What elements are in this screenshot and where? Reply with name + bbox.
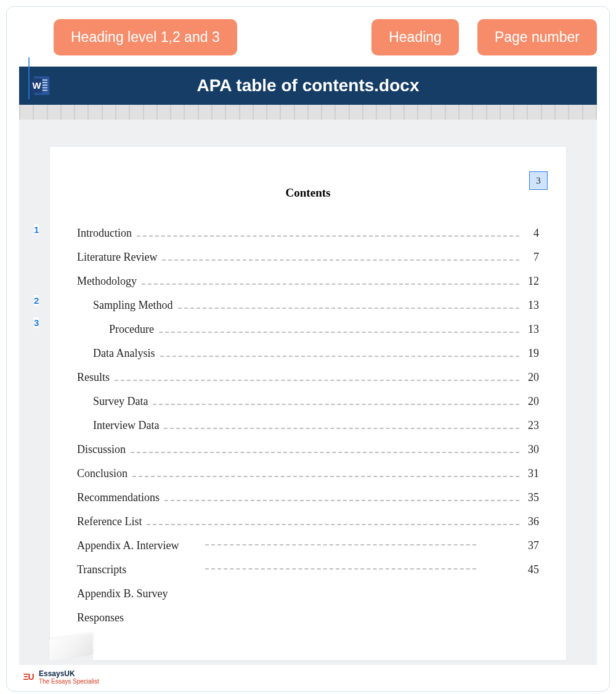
toc-entry-label: Conclusion [77,467,128,480]
toc-entry-label: Data Analysis [93,347,155,360]
toc-leader [162,259,519,261]
svg-text:W: W [32,80,41,91]
toc-entry-page: 7 [524,251,539,264]
toc-row: Interview Data23 [77,419,539,432]
toc-entry-page: 20 [524,395,539,408]
toc-entry-label: Appendix B. Survey [77,587,168,600]
brand-mark-icon: ΞU [22,671,35,684]
level-label-1: 1 [34,224,39,235]
toc-entry-page: 30 [524,443,539,456]
toc-row: Responses [77,611,539,624]
toc-entry-label: Recommendations [77,491,160,504]
toc-leader [160,356,520,357]
toc-entry-label: Introduction [77,227,132,240]
toc-entry-label: Procedure [109,323,154,336]
brand-tagline: The Essays Specialist [39,678,99,685]
toc-leader [205,544,476,545]
toc-row: Discussion30 [77,443,539,456]
toc-leader [142,284,519,285]
toc-row: Survey Data20 [77,395,539,408]
page-number-box: 3 [529,171,548,190]
brand-text: EssaysUK The Essays Specialist [39,670,99,685]
toc-leader [164,500,519,501]
toc-leader [147,524,519,525]
toc-row: Transcripts45 [77,563,539,576]
toc-row: Recommendations35 [77,491,539,504]
toc-leader [159,332,519,333]
toc-leader [115,380,519,381]
toc-leader [205,568,476,569]
toc-row: Conclusion31 [77,467,539,480]
toc-row: Literature Review7 [77,251,539,264]
toc-leader [178,308,520,309]
toc-entry-page: 35 [524,491,539,504]
toc-entry-page: 13 [524,323,539,336]
toc-entry-page: 12 [524,275,539,288]
callout-heading-levels: Heading level 1,2 and 3 [54,19,237,55]
toc-entry-label: Appendix A. Interview [77,539,200,552]
brand-name: EssaysUK [39,670,99,678]
toc-entry-label: Transcripts [77,563,200,576]
toc-row: Introduction4 [77,227,539,240]
toc-list: Introduction4Literature Review7Methodolo… [77,227,539,624]
toc-entry-page: 31 [524,467,539,480]
level-label-2: 2 [34,295,39,306]
toc-entry-label: Sampling Method [93,299,173,312]
toc-entry-page: 36 [524,515,539,528]
toc-heading: Contents [77,186,539,200]
toc-leader [137,235,519,237]
page-curl-decoration [49,634,92,661]
toc-entry-page: 4 [524,227,539,240]
toc-entry-label: Discussion [77,443,126,456]
page-number: 3 [536,176,541,186]
callout-row: Heading level 1,2 and 3 Heading Page num… [19,19,597,55]
toc-entry-page: 20 [524,371,539,384]
toc-entry-label: Results [77,371,110,384]
toc-entry-label: Survey Data [93,395,148,408]
word-icon: W [29,73,54,98]
toc-entry-page: 37 [524,539,539,552]
callout-heading: Heading [371,19,459,55]
brand-footer: ΞU EssaysUK The Essays Specialist [19,670,597,685]
window-titlebar: W APA table of contents.docx [19,67,597,105]
toc-row: Procedure13 [77,323,539,336]
infographic-frame: Heading level 1,2 and 3 Heading Page num… [6,6,610,692]
toc-entry-label: Literature Review [77,251,157,264]
toc-row: Appendix A. Interview37 [77,539,539,552]
toc-leader [132,476,519,477]
toc-entry-label: Responses [77,611,124,624]
toc-entry-page: 13 [524,299,539,312]
toc-leader [131,452,519,453]
document-canvas: 3 Contents Introduction4Literature Revie… [19,120,597,665]
toc-entry-label: Methodology [77,275,137,288]
ruler [19,105,597,120]
toc-entry-page: 19 [524,347,539,360]
toc-entry-label: Interview Data [93,419,159,432]
toc-row: Results20 [77,371,539,384]
toc-entry-page: 23 [524,419,539,432]
callout-page-number: Page number [477,19,597,55]
toc-row: Data Analysis19 [77,347,539,360]
toc-row: Reference List36 [77,515,539,528]
level-label-3: 3 [34,317,39,328]
toc-leader [164,428,519,429]
toc-entry-page: 45 [524,563,539,576]
toc-row: Appendix B. Survey [77,587,539,600]
window-title: APA table of contents.docx [54,76,597,96]
toc-entry-label: Reference List [77,515,142,528]
toc-row: Sampling Method13 [77,299,539,312]
toc-leader [153,404,519,405]
document-page: 3 Contents Introduction4Literature Revie… [50,147,566,660]
toc-row: Methodology12 [77,275,539,288]
